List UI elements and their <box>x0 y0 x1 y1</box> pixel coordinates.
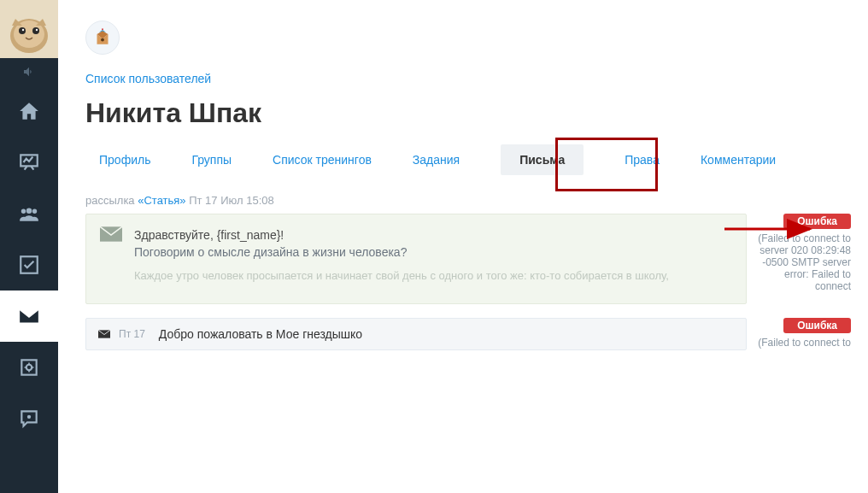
page-title: Никита Шпак <box>85 97 851 129</box>
chat-icon[interactable] <box>0 393 58 444</box>
svg-point-3 <box>19 27 26 34</box>
error-text: (Failed to connect to server 020 08:29:4… <box>757 232 851 292</box>
letter-card-collapsed[interactable]: Пт 17 Добро пожаловать в Мое гнездышко <box>85 318 747 350</box>
mailing-meta: рассылка «Статья» Пт 17 Июл 15:08 <box>85 194 851 207</box>
svg-point-5 <box>22 29 24 31</box>
letter-body-preview: Каждое утро человек просыпается и начина… <box>134 269 730 282</box>
svg-point-12 <box>27 415 31 419</box>
users-icon[interactable] <box>0 188 58 239</box>
tabs-row: Профиль Группы Список тренингов Задания … <box>85 144 851 175</box>
envelope-icon <box>98 327 110 341</box>
letter-card[interactable]: Здравствуйте, {first_name}! Поговорим о … <box>85 214 747 304</box>
sound-icon[interactable] <box>0 58 58 85</box>
mailing-timestamp: Пт 17 Июл 15:08 <box>186 194 274 207</box>
avatar[interactable] <box>0 0 58 58</box>
svg-rect-10 <box>21 360 36 374</box>
tab-profile[interactable]: Профиль <box>99 148 150 172</box>
status-column: Ошибка (Failed to connect to <box>757 318 851 349</box>
tab-tasks[interactable]: Задания <box>413 148 460 172</box>
letter-question: Поговорим о смысле дизайна в жизни челов… <box>134 245 730 259</box>
error-badge: Ошибка <box>783 318 851 333</box>
svg-point-6 <box>36 29 38 31</box>
user-avatar-badge[interactable] <box>85 21 120 55</box>
home-icon[interactable] <box>0 85 58 137</box>
tab-trainings[interactable]: Список тренингов <box>273 148 372 172</box>
main-content: Список пользователей Никита Шпак Профиль… <box>58 0 868 493</box>
mailing-prefix: рассылка <box>85 194 138 207</box>
status-column: Ошибка (Failed to connect to server 020 … <box>757 214 851 292</box>
sidebar <box>0 0 58 493</box>
breadcrumb[interactable]: Список пользователей <box>85 72 211 85</box>
tab-comments[interactable]: Комментарии <box>701 148 776 172</box>
error-badge: Ошибка <box>783 214 851 229</box>
checkbox-icon[interactable] <box>0 239 58 291</box>
mailing-link[interactable]: «Статья» <box>138 194 185 207</box>
error-text: (Failed to connect to <box>757 337 851 349</box>
svg-point-17 <box>101 38 104 42</box>
tab-letters[interactable]: Письма <box>501 144 584 175</box>
svg-point-14 <box>102 28 103 30</box>
mail-icon[interactable] <box>0 291 58 342</box>
tab-rights[interactable]: Права <box>625 148 660 172</box>
svg-point-4 <box>32 27 39 34</box>
svg-point-11 <box>26 365 32 371</box>
tab-groups[interactable]: Группы <box>191 148 232 172</box>
safe-icon[interactable] <box>0 342 58 393</box>
presentation-icon[interactable] <box>0 137 58 188</box>
letter-row: Пт 17 Добро пожаловать в Мое гнездышко О… <box>85 318 851 350</box>
letter-subject: Добро пожаловать в Мое гнездышко <box>159 327 362 341</box>
envelope-icon <box>100 226 122 244</box>
letter-subject: Здравствуйте, {first_name}! <box>134 228 730 242</box>
letter-date: Пт 17 <box>119 328 145 340</box>
letter-row: Здравствуйте, {first_name}! Поговорим о … <box>85 214 851 304</box>
